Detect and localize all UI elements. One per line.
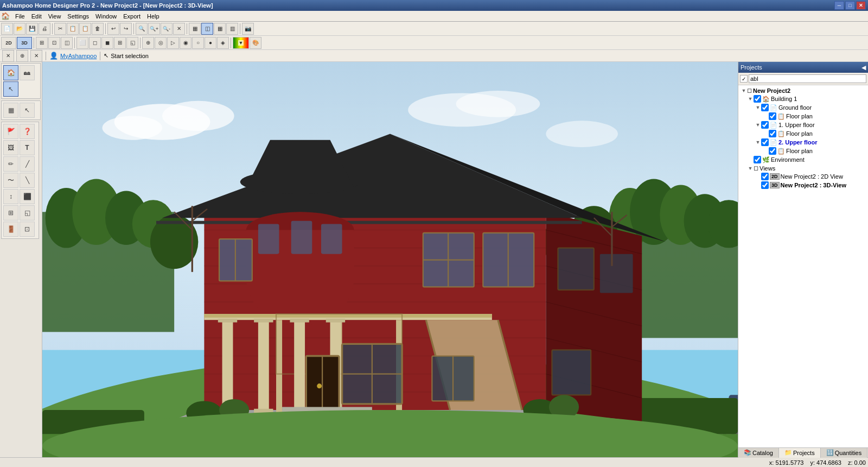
menu-help[interactable]: Help — [144, 12, 163, 21]
cb-2ufp[interactable] — [769, 147, 776, 155]
tab-projects[interactable]: 📁 Projects — [779, 448, 821, 458]
tree-2d-view[interactable]: 2D New Project2 : 2D View — [739, 172, 867, 181]
tb-2d[interactable]: 2D — [1, 37, 16, 49]
sidebar-wall[interactable]: ⬛ — [20, 189, 35, 204]
sidebar-select[interactable]: ↖ — [3, 81, 18, 97]
tb-3d[interactable]: 3D — [17, 37, 32, 49]
tb-render4[interactable]: ◉ — [180, 37, 192, 49]
tb-render6[interactable]: ● — [205, 37, 216, 49]
sidebar-curve[interactable]: 〜 — [3, 173, 18, 188]
tree-building1[interactable]: ▼ 🏠 Building 1 — [739, 94, 867, 103]
tb-undo[interactable]: ↩ — [107, 23, 119, 35]
sidebar-home[interactable]: 🏠 — [3, 65, 18, 80]
tree-2uf[interactable]: ▼ 📄 2. Upper floor — [739, 138, 867, 147]
sidebar-stair[interactable]: ◱ — [20, 205, 35, 220]
tab-catalog[interactable]: 📚 Catalog — [738, 448, 779, 458]
tree-1uf-plan[interactable]: 📋 Floor plan — [739, 129, 867, 138]
tb-delete[interactable]: 🗑 — [92, 23, 104, 35]
expand-project[interactable]: ▼ — [741, 88, 747, 93]
tb-save[interactable]: 💾 — [26, 23, 38, 35]
tb-zoom-cancel[interactable]: ✕ — [173, 23, 185, 35]
mode-x[interactable]: ✕ — [2, 50, 14, 62]
maximize-button[interactable]: □ — [845, 1, 855, 10]
tb-zoom-in[interactable]: 🔍+ — [148, 23, 160, 35]
tb-obj5[interactable]: ◱ — [126, 37, 138, 49]
cb-2dv[interactable] — [761, 173, 769, 180]
tree-3d-view[interactable]: 3D New Project2 : 3D-View — [739, 181, 867, 190]
expand-gf[interactable]: ▼ — [755, 105, 761, 110]
cb-env[interactable] — [754, 156, 761, 163]
tb-section[interactable]: ◫ — [61, 37, 73, 49]
tree-1uf[interactable]: ▼ 📄 1. Upper floor — [739, 121, 867, 129]
tree-2uf-plan[interactable]: 📋 Floor plan — [739, 147, 867, 155]
menu-window[interactable]: Window — [92, 12, 120, 21]
tree-environment[interactable]: 🌿 Environment — [739, 155, 867, 164]
tb-render5[interactable]: ○ — [192, 37, 204, 49]
tb-render2[interactable]: ◎ — [155, 37, 167, 49]
tb-copy[interactable]: 📋 — [67, 23, 79, 35]
expand-building1[interactable]: ▼ — [747, 96, 754, 102]
menu-export[interactable]: Export — [120, 12, 144, 21]
tb-view4[interactable]: ▥ — [226, 23, 238, 35]
viewport[interactable] — [42, 62, 738, 457]
projects-collapse-btn[interactable]: ◀ — [861, 64, 866, 71]
sidebar-house[interactable]: 🏘 — [20, 65, 35, 80]
tb-cut[interactable]: ✂ — [54, 23, 66, 35]
tb-open[interactable]: 📂 — [14, 23, 25, 35]
cb-2uf[interactable] — [761, 138, 769, 146]
tb-color2[interactable]: 🎨 — [250, 37, 261, 49]
cb-3dv[interactable] — [761, 181, 769, 189]
tb-redo[interactable]: ↪ — [120, 23, 132, 35]
cb-1ufp[interactable] — [769, 130, 776, 137]
mode-close[interactable]: ✕ — [30, 50, 42, 62]
tb-plan[interactable]: ⊞ — [36, 37, 48, 49]
tb-photo[interactable]: 📷 — [242, 23, 254, 35]
projects-search[interactable] — [749, 74, 866, 83]
tb-view3[interactable]: ▦ — [214, 23, 226, 35]
sidebar-help[interactable]: ❓ — [20, 124, 35, 139]
expand-2uf[interactable]: ▼ — [755, 140, 761, 145]
sidebar-door[interactable]: 🚪 — [3, 222, 18, 237]
cb-1uf[interactable] — [761, 121, 769, 129]
sidebar-window[interactable]: ⊡ — [20, 222, 35, 237]
tb-zoom-out[interactable]: 🔍- — [161, 23, 173, 35]
tb-print[interactable]: 🖨 — [39, 23, 50, 35]
menu-file[interactable]: File — [12, 12, 28, 21]
sidebar-line[interactable]: ╱ — [20, 156, 35, 172]
my-ashampoo-label[interactable]: MyAshampoo — [60, 53, 97, 59]
menu-view[interactable]: View — [45, 12, 65, 21]
minimize-button[interactable]: ─ — [834, 1, 844, 10]
tb-render1[interactable]: ⊕ — [142, 37, 154, 49]
tb-view2[interactable]: ◫ — [201, 23, 213, 35]
cb-gfp[interactable] — [769, 112, 776, 120]
cb-gf[interactable] — [761, 104, 769, 111]
tb-obj2[interactable]: ◻ — [89, 37, 101, 49]
cb-building1[interactable] — [754, 95, 761, 103]
sidebar-arrow[interactable]: ↖ — [20, 103, 35, 118]
sidebar-room[interactable]: ⊞ — [3, 205, 18, 220]
sidebar-text[interactable]: T — [20, 140, 35, 155]
menu-settings[interactable]: Settings — [64, 12, 92, 21]
tb-zoom-fit[interactable]: 🔍 — [136, 23, 148, 35]
tb-paste[interactable]: 📋 — [79, 23, 91, 35]
tree-views[interactable]: ▼ ◻ Views — [739, 164, 867, 172]
menu-edit[interactable]: Edit — [28, 12, 45, 21]
tb-new[interactable]: 📄 — [1, 23, 13, 35]
search-check[interactable]: ✓ — [740, 75, 748, 83]
sidebar-flag[interactable]: 🚩 — [3, 124, 18, 139]
tb-elevation[interactable]: ⊡ — [48, 37, 60, 49]
close-button[interactable]: ✕ — [856, 1, 866, 10]
sidebar-image[interactable]: 🖼 — [3, 140, 18, 155]
tree-ground-floor[interactable]: ▼ 📄 Ground floor — [739, 103, 867, 112]
tb-view1[interactable]: ▦ — [189, 23, 201, 35]
sidebar-pen[interactable]: ✏ — [3, 156, 18, 172]
tb-obj1[interactable]: ⬜ — [76, 37, 88, 49]
start-selection-label[interactable]: Start selection — [111, 53, 149, 59]
sidebar-measure[interactable]: ↕ — [3, 189, 18, 204]
tb-render7[interactable]: ◈ — [217, 37, 229, 49]
tb-color[interactable]: ▼ — [233, 37, 249, 49]
tb-obj3[interactable]: ◼ — [101, 37, 113, 49]
tab-quantities[interactable]: 🔢 Quantities — [821, 448, 868, 458]
tb-render3[interactable]: ▷ — [167, 37, 179, 49]
expand-1uf[interactable]: ▼ — [755, 122, 761, 128]
